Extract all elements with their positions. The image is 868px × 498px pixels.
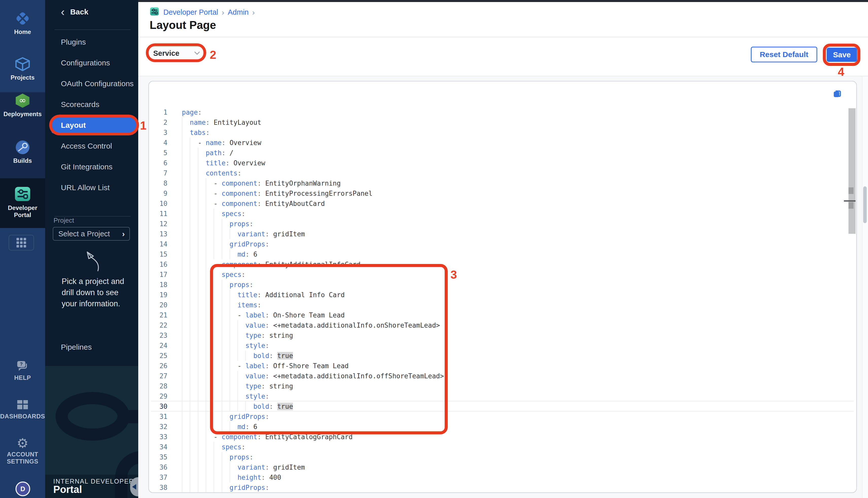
module-rail: Home Projects ∞ (0, 0, 45, 498)
line-number: 32 (149, 422, 167, 432)
line-number: 17 (149, 270, 167, 280)
code-line-19[interactable]: 19 title: Additional Info Card (149, 290, 847, 300)
code-line-31[interactable]: 31 gridProps: (149, 411, 847, 422)
module-picker-button[interactable] (9, 235, 34, 250)
code-line-5[interactable]: 5 path: / (149, 148, 847, 158)
entity-type-select[interactable]: Service (148, 47, 205, 60)
sidebar-item-access-control[interactable]: Access Control (45, 136, 138, 156)
line-number: 38 (149, 483, 167, 493)
code-line-14[interactable]: 14 gridProps: (149, 239, 847, 249)
code-line-3[interactable]: 3 tabs: (149, 128, 847, 138)
code-line-27[interactable]: 27 value: <+metadata.additionalInfo.offS… (149, 371, 847, 381)
back-button[interactable]: ‹ Back (61, 8, 88, 16)
sidebar-item-label: Scorecards (61, 100, 100, 109)
code-line-8[interactable]: 8 - component: EntityOrphanWarning (149, 178, 847, 188)
copy-icon[interactable] (832, 89, 842, 100)
triangle-left-icon (132, 484, 136, 490)
line-number: 22 (149, 320, 167, 330)
rail-item-deployments[interactable]: ∞ Deployments (0, 93, 45, 118)
code-line-17[interactable]: 17 specs: (149, 270, 847, 280)
yaml-code[interactable]: 1page:2 name: EntityLayout3 tabs:4 - nam… (149, 107, 847, 493)
code-line-2[interactable]: 2 name: EntityLayout (149, 117, 847, 128)
sidebar-item-label: Access Control (61, 142, 112, 150)
editor-scrollbar[interactable] (848, 108, 856, 234)
line-number: 14 (149, 239, 167, 249)
rail-item-home[interactable]: Home (0, 11, 45, 36)
grid-icon (16, 238, 26, 248)
page-scrollbar-thumb[interactable] (863, 186, 867, 223)
code-line-7[interactable]: 7 contents: (149, 168, 847, 178)
code-line-38[interactable]: 38 gridProps: (149, 483, 847, 493)
sidebar-item-scorecards[interactable]: Scorecards (45, 94, 138, 115)
code-line-21[interactable]: 21 - label: On-Shore Team Lead (149, 310, 847, 320)
line-number: 20 (149, 300, 167, 310)
line-number: 21 (149, 310, 167, 320)
rail-item-account-settings[interactable]: ⚙ ACCOUNT SETTINGS (0, 437, 45, 465)
code-line-26[interactable]: 26 - label: Off-Shore Team Lead (149, 361, 847, 371)
code-line-36[interactable]: 36 variant: gridItem (149, 462, 847, 472)
code-line-30[interactable]: 30 bold: true (149, 402, 847, 411)
rail-item-developer-portal[interactable]: Developer Portal (0, 186, 45, 219)
code-line-35[interactable]: 35 props: (149, 452, 847, 462)
line-number: 1 (149, 107, 167, 117)
line-number: 16 (149, 259, 167, 270)
code-line-33[interactable]: 33 - component: EntityCatalogGraphCard (149, 432, 847, 442)
sidebar-item-plugins[interactable]: Plugins (45, 32, 138, 52)
developer-portal-breadcrumb-icon (150, 6, 159, 18)
code-line-20[interactable]: 20 items: (149, 300, 847, 310)
chevron-right-icon: › (122, 229, 125, 239)
line-number: 26 (149, 361, 167, 371)
code-line-28[interactable]: 28 type: string (149, 381, 847, 391)
code-line-16[interactable]: 16 - component: EntityAdditionalInfoCard (149, 259, 847, 270)
gear-icon: ⚙ (0, 437, 45, 450)
breadcrumb-developer-portal[interactable]: Developer Portal (163, 8, 218, 16)
sidebar-item-oauth-configurations[interactable]: OAuth Configurations (45, 73, 138, 94)
code-line-13[interactable]: 13 variant: gridItem (149, 229, 847, 239)
code-line-23[interactable]: 23 type: string (149, 330, 847, 341)
user-avatar[interactable]: D (15, 482, 30, 496)
rail-item-builds[interactable]: Builds (0, 140, 45, 164)
sidebar-item-layout[interactable]: Layout (45, 115, 138, 136)
chevron-down-icon (194, 51, 200, 55)
code-line-10[interactable]: 10 - component: EntityAboutCard (149, 198, 847, 209)
sidebar-item-configurations[interactable]: Configurations (45, 52, 138, 73)
breadcrumb-admin[interactable]: Admin (228, 8, 249, 16)
reset-default-button[interactable]: Reset Default (751, 47, 817, 62)
code-line-29[interactable]: 29 style: (149, 391, 847, 402)
code-line-15[interactable]: 15 md: 6 (149, 249, 847, 259)
code-line-12[interactable]: 12 props: (149, 219, 847, 229)
code-line-22[interactable]: 22 value: <+metadata.additionalInfo.onSh… (149, 320, 847, 330)
main-content: Developer Portal › Admin › Layout Page S… (138, 0, 868, 498)
line-number: 2 (149, 117, 167, 128)
sidebar-item-pipelines[interactable]: Pipelines (61, 343, 92, 352)
sidebar-item-label: URL Allow List (61, 183, 109, 192)
page-scrollbar[interactable] (862, 76, 868, 498)
code-line-34[interactable]: 34 specs: (149, 442, 847, 452)
code-line-4[interactable]: 4 - name: Overview (149, 138, 847, 148)
line-number: 31 (149, 411, 167, 422)
code-line-9[interactable]: 9 - component: EntityProcessingErrorsPan… (149, 188, 847, 198)
rail-item-projects[interactable]: Projects (0, 56, 45, 81)
brand-line-2: Portal (53, 484, 82, 495)
line-number: 3 (149, 128, 167, 138)
sidebar-item-git-integrations[interactable]: Git Integrations (45, 156, 138, 177)
svg-text:∞: ∞ (19, 95, 26, 105)
chevron-separator-icon: › (252, 8, 255, 17)
code-line-32[interactable]: 32 md: 6 (149, 422, 847, 432)
project-select[interactable]: Select a Project › (53, 227, 130, 241)
code-line-11[interactable]: 11 specs: (149, 209, 847, 219)
sidebar-item-label: OAuth Configurations (61, 79, 134, 88)
code-line-25[interactable]: 25 bold: true (149, 351, 847, 361)
line-number: 12 (149, 219, 167, 229)
code-line-18[interactable]: 18 props: (149, 280, 847, 290)
code-line-6[interactable]: 6 title: Overview (149, 158, 847, 168)
svg-text:?: ? (20, 362, 23, 367)
rail-item-help[interactable]: ? HELP (0, 360, 45, 381)
save-button[interactable]: Save (827, 48, 857, 62)
sidebar-item-url-allow-list[interactable]: URL Allow List (45, 177, 138, 198)
line-number: 5 (149, 148, 167, 158)
code-line-1[interactable]: 1page: (149, 107, 847, 117)
code-line-37[interactable]: 37 height: 400 (149, 472, 847, 483)
rail-item-dashboards[interactable]: DASHBOARDS (0, 399, 45, 420)
code-line-24[interactable]: 24 style: (149, 341, 847, 351)
